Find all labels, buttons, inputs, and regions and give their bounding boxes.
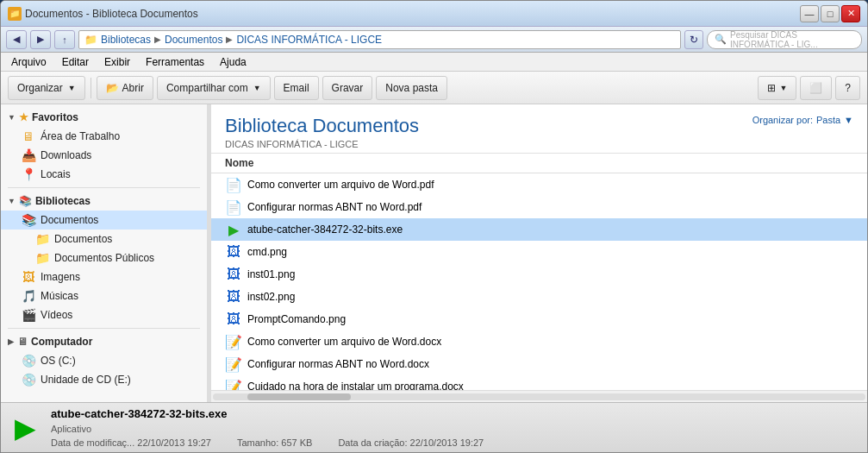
column-headers: Nome <box>211 154 867 173</box>
sidebar-item-videos-label: Vídeos <box>41 309 72 321</box>
file-type-icon: 📝 <box>225 378 242 390</box>
h-scroll-thumb[interactable] <box>247 393 351 400</box>
sidebar-item-documentos-lib[interactable]: 📚 Documentos <box>1 211 207 230</box>
close-button[interactable]: ✕ <box>841 5 860 22</box>
status-size-value: 657 KB <box>281 437 312 448</box>
sidebar-item-osc[interactable]: 💿 OS (C:) <box>1 351 207 370</box>
back-button[interactable]: ◀ <box>6 30 27 49</box>
sidebar-item-cde[interactable]: 💿 Unidade de CD (E:) <box>1 370 207 389</box>
title-bar: 📁 Documentos - Biblioteca Documentos — □… <box>1 1 867 27</box>
file-item[interactable]: 🖼 PromptComando.png <box>211 308 867 330</box>
sidebar-item-desktop-label: Área de Trabalho <box>41 130 120 142</box>
computer-header[interactable]: ▶ 🖥 Computador <box>1 332 207 351</box>
file-name: inst02.png <box>247 291 853 303</box>
email-button[interactable]: Email <box>274 76 319 100</box>
view-toggle-button[interactable]: ⊞ ▼ <box>758 76 796 100</box>
documentos-subsection: 📁 Documentos 📁 Documentos Públicos <box>1 230 207 267</box>
sidebar-item-videos[interactable]: 🎬 Vídeos <box>1 305 207 324</box>
view-dropdown-arrow: ▼ <box>779 84 787 92</box>
favorites-section: ▼ ★ Favoritos 🖥 Área de Trabalho 📥 Downl… <box>1 108 207 184</box>
breadcrumb[interactable]: 📁 Bibliotecas ▶ Documentos ▶ DICAS INFOR… <box>78 30 681 49</box>
minimize-button[interactable]: — <box>800 5 819 22</box>
menu-arquivo[interactable]: Arquivo <box>4 54 53 70</box>
file-name: atube-catcher-384272-32-bits.exe <box>247 223 853 236</box>
sidebar-item-documentos-pub[interactable]: 📁 Documentos Públicos <box>15 249 207 267</box>
organize-by: Organizar por: Pasta ▼ <box>752 115 853 125</box>
up-button[interactable]: ↑ <box>54 30 75 49</box>
organize-by-value[interactable]: Pasta <box>816 115 840 125</box>
file-item[interactable]: 📝 Configurar normas ABNT no Word.docx <box>211 353 867 375</box>
file-item[interactable]: 🖼 inst01.png <box>211 263 867 286</box>
help-button[interactable]: ? <box>835 76 860 100</box>
status-modified-value: 22/10/2013 19:27 <box>137 437 211 448</box>
menu-exibir[interactable]: Exibir <box>97 54 137 70</box>
menu-ajuda[interactable]: Ajuda <box>213 54 253 70</box>
sidebar-item-osc-label: OS (C:) <box>41 355 76 367</box>
new-folder-label: Nova pasta <box>385 82 438 94</box>
breadcrumb-item-2[interactable]: Documentos <box>165 34 222 46</box>
sidebar-item-documentos-sub[interactable]: 📁 Documentos <box>15 230 207 249</box>
sidebar-item-desktop[interactable]: 🖥 Área de Trabalho <box>1 127 207 146</box>
organize-dropdown-arrow: ▼ <box>68 84 76 92</box>
file-item[interactable]: 🖼 cmd.png <box>211 241 867 263</box>
burn-button[interactable]: Gravar <box>322 76 373 100</box>
sidebar-item-downloads-label: Downloads <box>41 149 91 161</box>
file-item[interactable]: ▶ atube-catcher-384272-32-bits.exe <box>211 218 867 241</box>
organize-by-arrow[interactable]: ▼ <box>844 115 853 125</box>
forward-button[interactable]: ▶ <box>30 30 51 49</box>
videos-icon: 🎬 <box>22 308 35 322</box>
file-item[interactable]: 📄 Configurar normas ABNT no Word.pdf <box>211 196 867 218</box>
status-bar: ▶ atube-catcher-384272-32-bits.exe Aplic… <box>1 402 867 452</box>
preview-button[interactable]: ⬜ <box>800 76 832 100</box>
refresh-button[interactable]: ↻ <box>684 30 703 49</box>
favorites-header[interactable]: ▼ ★ Favoritos <box>1 108 207 127</box>
column-name-header[interactable]: Nome <box>225 157 853 169</box>
file-type-icon: 📄 <box>225 198 242 216</box>
window-controls: — □ ✕ <box>800 5 860 22</box>
file-item[interactable]: 🖼 inst02.png <box>211 286 867 308</box>
computer-label: Computador <box>31 336 92 348</box>
divider-1 <box>8 187 200 188</box>
window-icon: 📁 <box>8 7 22 21</box>
horizontal-scrollbar[interactable] <box>211 390 867 402</box>
sep-1: ▶ <box>154 35 161 44</box>
window-title: Documentos - Biblioteca Documentos <box>25 8 198 20</box>
file-type-icon: 📝 <box>225 333 242 350</box>
h-scroll-track <box>213 393 865 400</box>
open-button[interactable]: 📂 Abrir <box>97 76 153 100</box>
status-file-icon: ▶ <box>8 411 42 445</box>
open-icon: 📂 <box>106 82 119 94</box>
breadcrumb-icon: 📁 <box>84 34 97 46</box>
sidebar-item-imagens[interactable]: 🖼 Imagens <box>1 267 207 286</box>
sidebar-item-locais[interactable]: 📍 Locais <box>1 165 207 184</box>
file-type-icon: 📄 <box>225 176 242 193</box>
menu-editar[interactable]: Editar <box>55 54 96 70</box>
favorites-label: Favoritos <box>32 111 78 123</box>
file-item[interactable]: 📝 Como converter um arquivo de Word.docx <box>211 330 867 353</box>
maximize-button[interactable]: □ <box>821 5 840 22</box>
documentos-pub-icon: 📁 <box>35 251 49 265</box>
sidebar-item-documentos-pub-label: Documentos Públicos <box>54 252 154 264</box>
libraries-header[interactable]: ▼ 📚 Bibliotecas <box>1 192 207 211</box>
desktop-icon: 🖥 <box>22 129 35 143</box>
sidebar: ▼ ★ Favoritos 🖥 Área de Trabalho 📥 Downl… <box>1 104 208 402</box>
menu-ferramentas[interactable]: Ferramentas <box>139 54 211 70</box>
new-folder-button[interactable]: Nova pasta <box>376 76 447 100</box>
sidebar-item-musicas[interactable]: 🎵 Músicas <box>1 286 207 305</box>
file-type-icon: ▶ <box>225 221 242 238</box>
file-item[interactable]: 📝 Cuidado na hora de instalar um program… <box>211 375 867 390</box>
libraries-expand-icon: ▼ <box>8 197 16 205</box>
main-toolbar: Organizar ▼ 📂 Abrir Compartilhar com ▼ E… <box>1 72 867 104</box>
organize-button[interactable]: Organizar ▼ <box>8 76 85 100</box>
share-button[interactable]: Compartilhar com ▼ <box>157 76 271 100</box>
breadcrumb-item-3[interactable]: DICAS INFORMÁTICA - LIGCE <box>236 34 382 46</box>
search-box[interactable]: 🔍 Pesquisar DICAS INFORMÁTICA - LIG... <box>707 30 862 49</box>
sidebar-item-downloads[interactable]: 📥 Downloads <box>1 146 207 165</box>
sidebar-item-documentos-sub-label: Documentos <box>54 233 112 245</box>
file-list: 📄 Como converter um arquivo de Word.pdf … <box>211 173 867 390</box>
status-filetype: Aplicativo <box>51 424 860 434</box>
file-item[interactable]: 📄 Como converter um arquivo de Word.pdf <box>211 173 867 196</box>
view-icon: ⊞ <box>767 82 776 94</box>
file-type-icon: 📝 <box>225 355 242 373</box>
breadcrumb-item-1[interactable]: Bibliotecas <box>101 34 151 46</box>
